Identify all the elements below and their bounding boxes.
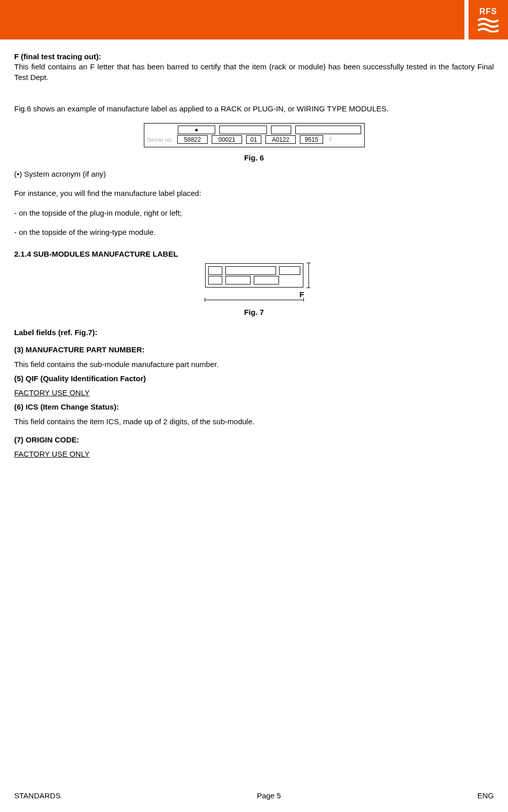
fig6-field-4: A0122 [265,135,296,144]
placed-item-1: - on the topside of the plug-in module, … [14,208,494,218]
fig6-empty-cell [219,126,267,134]
rfs-logo: RFS [468,0,508,39]
bullet-note: (•) System acronym (if any) [14,169,494,179]
wave-icon [477,17,499,32]
footer-left: STANDARDS [14,791,60,800]
fig6-f-mark: F [329,136,333,143]
section-2-1-4-title: 2.1.4 SUB-MODULES MANUFACTURE LABEL [14,250,494,258]
f-heading: F (final test tracing out): [14,52,101,61]
label-fields-block: Label fields (ref. Fig.7): (3) MANUFACTU… [14,328,494,459]
placed-intro: For instance, you will find the manufact… [14,188,494,198]
field-7-text: FACTORY USE ONLY [14,449,494,459]
fig6-label-box: Serial no. 58822 00021 01 A0122 9515 F [144,123,365,147]
tick-icon [306,263,310,263]
fig7-cell [208,266,222,275]
field-5-text: FACTORY USE ONLY [14,388,494,398]
fig7-label-box [205,263,303,288]
serial-no-label: Serial no. [147,137,173,143]
fig7-cell [254,276,279,285]
fig6-field-3: 01 [246,135,261,144]
field-6-text: This field contains the item ICS, made u… [14,417,494,427]
fig6-row-bottom: Serial no. 58822 00021 01 A0122 9515 F [147,135,361,144]
dimension-line-horizontal [205,298,303,303]
dot-icon [195,129,198,131]
f-paragraph: F (final test tracing out): This field c… [14,52,494,83]
fig7-inner: F [205,263,303,288]
tick-icon [205,298,205,302]
field-3-text: This field contains the sub-module manuf… [14,359,494,370]
figure-7: F [14,263,494,288]
fig7-cell [225,266,276,275]
fig7-cell [279,266,300,275]
page-content: F (final test tracing out): This field c… [0,39,508,459]
footer-center: Page 5 [257,791,281,800]
fig6-intro: Fig.6 shows an example of manufacture la… [14,104,494,114]
footer-right: ENG [477,791,494,800]
fig6-field-5: 9515 [300,135,323,144]
field-3-heading: (3) MANUFACTURE PART NUMBER: [14,345,494,355]
fig7-f-label: F [299,290,304,299]
field-7-heading: (7) ORIGIN CODE: [14,435,494,445]
placed-item-2: - on the topside of the wiring-type modu… [14,227,494,237]
fig6-empty-cell [271,126,291,134]
page-footer: STANDARDS Page 5 ENG [14,791,494,800]
logo-text: RFS [480,7,497,16]
f-text: This field contains an F letter that has… [14,62,494,81]
fig7-row-bottom [208,276,300,285]
figure-6: Serial no. 58822 00021 01 A0122 9515 F [14,123,494,147]
dimension-line-vertical [305,263,312,288]
tick-icon [306,288,310,288]
fig7-cell [225,276,251,285]
fig6-field-1: 58822 [177,135,208,144]
label-fields-heading: Label fields (ref. Fig.7): [14,328,494,338]
fig7-row-top [208,266,300,275]
fig7-caption: Fig. 7 [14,308,494,316]
header-gap [464,0,468,39]
fig6-dot-cell [178,126,215,134]
fig6-field-2: 00021 [212,135,242,144]
header-orange-block [0,0,464,39]
header-bar: RFS [0,0,508,39]
field-6-heading: (6) ICS (Item Change Status): [14,402,494,412]
field-5-heading: (5) QIF (Quality Identification Factor) [14,374,494,384]
fig7-cell [208,276,222,285]
fig6-empty-cell [295,126,361,134]
fig6-row-top [178,126,361,134]
fig6-caption: Fig. 6 [14,153,494,162]
